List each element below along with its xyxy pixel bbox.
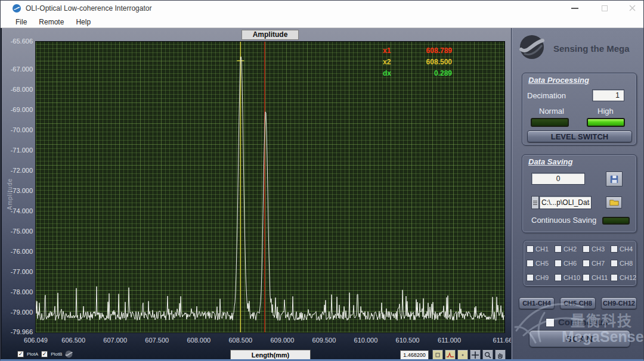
checkbox-ch7[interactable] [583, 260, 590, 267]
y-tick: -67.000 [3, 65, 33, 73]
y-tick: -68.000 [3, 85, 33, 94]
plot-b-checkbox[interactable]: ✓ [41, 351, 48, 357]
save-button[interactable] [606, 172, 623, 186]
decimation-label: Decimation [527, 91, 566, 100]
channel-cell-ch8: CH8 [611, 260, 633, 267]
brand-logo-icon [519, 34, 545, 60]
minimize-icon [571, 8, 578, 9]
cursor-lock-button[interactable] [432, 350, 443, 360]
checkbox-ch8[interactable] [611, 260, 618, 267]
readout-label: dx [383, 68, 391, 79]
cursor-snap-button[interactable] [445, 350, 456, 360]
menu-item-file[interactable]: File [10, 17, 32, 27]
readout-label: x2 [383, 57, 391, 68]
data-saving-group: Data Saving Continuous Saving [522, 154, 637, 233]
x-tick: 611.000 [438, 337, 461, 344]
browse-folder-button[interactable] [606, 197, 622, 208]
channel-cell-ch5: CH5 [527, 260, 549, 267]
menu-item-remote[interactable]: Remote [33, 17, 69, 27]
channels-group: CH1CH2CH3CH4CH5CH6CH7CH8CH9CH10CH11CH12 [523, 240, 637, 287]
normal-led [531, 118, 569, 127]
checkbox-ch10[interactable] [555, 274, 562, 281]
dot-icon [460, 352, 466, 358]
plot-title: Amplitude [242, 30, 299, 40]
scan-button[interactable]: SCAN [529, 330, 630, 347]
save-path-input[interactable] [539, 196, 592, 209]
data-processing-title: Data Processing [528, 76, 589, 85]
y-tick: -73.000 [3, 186, 33, 195]
checkbox-ch12[interactable] [611, 274, 618, 281]
readout-value: 0.289 [434, 68, 452, 79]
x-tick: 611.660 [493, 337, 511, 344]
save-counter-input[interactable] [531, 173, 585, 185]
waveform-icon [447, 352, 454, 358]
plot-legend: ✓ PlotA ✓ PlotB [17, 350, 73, 358]
plot-a-label: PlotA [27, 351, 38, 357]
menu-bar: FileRemoteHelp [1, 16, 643, 28]
plot-a-checkbox[interactable]: ✓ [17, 351, 24, 357]
signal-trace [36, 57, 504, 320]
x-tick: 606.500 [61, 337, 85, 344]
x-tick: 609.500 [312, 337, 336, 344]
y-tick: -79.966 [3, 328, 33, 336]
label-ch1: CH1 [535, 245, 549, 253]
zoom-tool-button[interactable] [482, 350, 493, 360]
label-ch5: CH5 [535, 260, 549, 267]
maximize-button[interactable] [596, 2, 614, 14]
plot-b-label: PlotB [51, 351, 62, 357]
button-ch1-ch4[interactable]: CH1-CH4 [519, 297, 555, 309]
continuous-checkbox[interactable] [546, 318, 555, 327]
checkbox-ch3[interactable] [583, 245, 590, 253]
button-ch5-ch8[interactable]: CH5-CH8 [560, 297, 596, 309]
x-tick: 608.000 [187, 337, 210, 344]
channel-cell-ch2: CH2 [555, 245, 577, 253]
brand-mini-icon [65, 350, 73, 358]
high-led [587, 118, 625, 127]
x-tick: 610.000 [354, 337, 378, 344]
normal-label: Normal [539, 107, 564, 116]
y-tick: -79.000 [3, 308, 33, 316]
x-tick: 610.500 [396, 337, 420, 344]
button-ch9-ch12[interactable]: CH9-CH12 [601, 297, 637, 309]
checkbox-ch5[interactable] [527, 260, 534, 267]
maximize-icon [602, 5, 608, 11]
readout-label: x1 [383, 45, 391, 57]
channel-cell-ch11: CH11 [583, 274, 608, 281]
x-tick: 607.500 [145, 337, 169, 344]
cursor-x-input[interactable] [400, 350, 429, 360]
graph-region: Amplitude Amplitude x1608.789x2608.500dx… [1, 28, 511, 361]
data-saving-title: Data Saving [528, 157, 572, 166]
readout-value: 608.789 [426, 45, 452, 57]
checkbox-ch11[interactable] [583, 274, 590, 281]
checkbox-ch1[interactable] [527, 245, 534, 253]
checkbox-ch4[interactable] [611, 245, 618, 253]
checkbox-ch2[interactable] [555, 245, 562, 253]
label-ch4: CH4 [620, 245, 633, 253]
continuous-label: Continuous [558, 317, 608, 327]
graph-palette [432, 350, 506, 360]
checkbox-ch9[interactable] [527, 274, 534, 281]
decimation-input[interactable] [592, 89, 624, 101]
brand-text: Sensing the Mega [553, 43, 630, 54]
crosshair-tool-button[interactable] [470, 350, 481, 360]
label-ch12: CH12 [620, 274, 636, 281]
cursor-free-button[interactable] [457, 350, 468, 360]
y-tick: -65.606 [3, 37, 33, 45]
label-ch6: CH6 [564, 260, 577, 267]
channel-cell-ch4: CH4 [611, 245, 633, 253]
label-ch8: CH8 [620, 260, 633, 267]
crosshair-icon [472, 351, 479, 359]
pan-tool-button[interactable] [495, 350, 506, 360]
x-tick: 608.500 [228, 337, 252, 344]
x-tick: 607.000 [103, 337, 127, 344]
readout-value: 608.500 [426, 57, 452, 68]
menu-item-help[interactable]: Help [70, 17, 96, 27]
x-tick: 609.000 [270, 337, 294, 344]
waveform-graph[interactable]: x1608.789x2608.500dx0.289 [35, 41, 505, 333]
checkbox-ch6[interactable] [555, 260, 562, 267]
close-button[interactable] [623, 2, 641, 14]
y-tick: -69.000 [3, 105, 33, 114]
data-processing-group: Data Processing Decimation Normal High L… [522, 73, 637, 145]
minimize-button[interactable] [566, 2, 584, 14]
level-switch-button[interactable]: LEVEL SWITCH [527, 130, 632, 142]
